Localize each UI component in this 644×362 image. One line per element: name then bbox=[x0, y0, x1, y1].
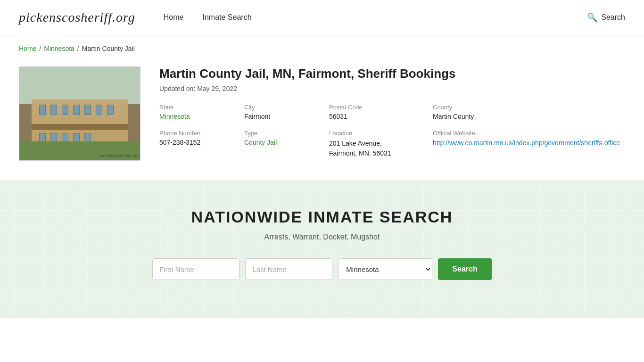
search-button[interactable]: Search bbox=[438, 258, 491, 280]
breadcrumb-sep-2: / bbox=[77, 45, 79, 52]
breadcrumb-home[interactable]: Home bbox=[19, 45, 36, 52]
last-name-input[interactable] bbox=[245, 258, 332, 280]
county-label: County bbox=[433, 104, 625, 111]
phone-value: 507-238-3152 bbox=[159, 139, 244, 146]
image-watermark: pickenscosheriff.org bbox=[100, 153, 138, 158]
inmate-search-section: NATIONWIDE INMATE SEARCH Arrests, Warran… bbox=[0, 180, 644, 318]
main-nav: Home Inmate Search bbox=[164, 13, 587, 22]
city-value: Fairmont bbox=[244, 113, 329, 120]
first-name-input[interactable] bbox=[152, 258, 239, 280]
search-label: Search bbox=[601, 13, 625, 22]
city-label: City bbox=[244, 104, 329, 111]
info-phone: Phone Number 507-238-3152 bbox=[159, 130, 244, 158]
nav-home[interactable]: Home bbox=[164, 13, 184, 22]
sky bbox=[19, 67, 140, 104]
facility-layout: pickenscosheriff.org Martin County Jail,… bbox=[19, 66, 625, 161]
location-line1: 201 Lake Avenue, bbox=[329, 140, 382, 147]
postal-value: 56031 bbox=[329, 113, 433, 120]
info-type: Type County Jail bbox=[244, 130, 329, 158]
building-illustration bbox=[19, 67, 140, 160]
main-content: pickenscosheriff.org Martin County Jail,… bbox=[0, 62, 644, 180]
header: pickenscosheriff.org Home Inmate Search … bbox=[0, 0, 644, 35]
breadcrumb: Home / Minnesota / Martin County Jail bbox=[0, 35, 644, 62]
breadcrumb-state[interactable]: Minnesota bbox=[44, 45, 74, 52]
info-location: Location 201 Lake Avenue, Fairmont, MN, … bbox=[329, 130, 433, 158]
location-value: 201 Lake Avenue, Fairmont, MN, 56031 bbox=[329, 139, 433, 158]
inmate-search-form: AlabamaAlaskaArizonaArkansasCaliforniaCo… bbox=[19, 258, 625, 280]
info-county: County Martin County bbox=[433, 104, 625, 120]
website-value[interactable]: http://www.co.martin.mn.us/index.php/gov… bbox=[433, 139, 625, 148]
info-website: Official Website http://www.co.martin.mn… bbox=[433, 130, 625, 158]
facility-image: pickenscosheriff.org bbox=[19, 66, 140, 161]
info-state: State Minnesota bbox=[159, 104, 244, 120]
state-value[interactable]: Minnesota bbox=[159, 113, 244, 120]
website-label: Official Website bbox=[433, 130, 625, 137]
county-value: Martin County bbox=[433, 113, 625, 120]
state-select[interactable]: AlabamaAlaskaArizonaArkansasCaliforniaCo… bbox=[338, 258, 432, 280]
type-label: Type bbox=[244, 130, 329, 137]
inmate-search-subtitle: Arrests, Warrant, Docket, Mugshot bbox=[19, 233, 625, 241]
inmate-search-title: NATIONWIDE INMATE SEARCH bbox=[19, 208, 625, 226]
site-logo[interactable]: pickenscosheriff.org bbox=[19, 10, 135, 25]
location-label: Location bbox=[329, 130, 433, 137]
header-search[interactable]: 🔍 Search bbox=[587, 12, 625, 23]
info-city: City Fairmont bbox=[244, 104, 329, 120]
breadcrumb-sep-1: / bbox=[39, 45, 41, 52]
facility-info: Martin County Jail, MN, Fairmont, Sherif… bbox=[159, 66, 625, 158]
state-label: State bbox=[159, 104, 244, 111]
location-line2: Fairmont, MN, 56031 bbox=[329, 149, 391, 157]
postal-label: Postal Code bbox=[329, 104, 433, 111]
nav-inmate-search[interactable]: Inmate Search bbox=[203, 13, 252, 22]
phone-label: Phone Number bbox=[159, 130, 244, 137]
info-postal: Postal Code 56031 bbox=[329, 104, 433, 120]
facility-title: Martin County Jail, MN, Fairmont, Sherif… bbox=[159, 66, 625, 81]
info-grid: State Minnesota City Fairmont Postal Cod… bbox=[159, 104, 625, 158]
type-value[interactable]: County Jail bbox=[244, 139, 329, 146]
facility-updated: Updated on: May 29, 2022 bbox=[159, 85, 625, 92]
breadcrumb-current: Martin County Jail bbox=[82, 45, 135, 52]
search-icon: 🔍 bbox=[587, 12, 597, 23]
